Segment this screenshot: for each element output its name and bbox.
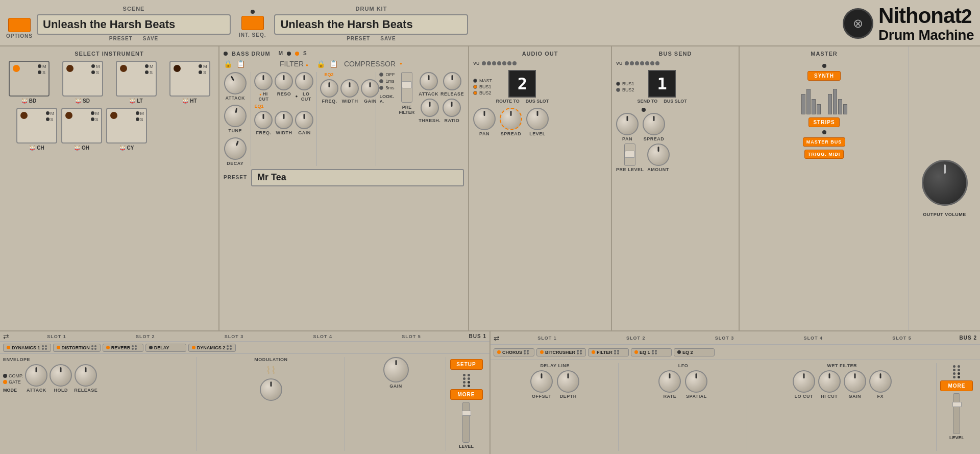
wf-locut-knob[interactable] [793, 370, 815, 393]
vu-bar-r2 [833, 89, 837, 114]
instrument-pad-oh[interactable]: M S [61, 108, 102, 144]
lt-drum-icon: 🥁 [129, 98, 135, 104]
filter-chip[interactable]: FILTER [588, 348, 629, 356]
modulation-icons: ⌇⌇ [266, 364, 276, 376]
setup-button[interactable]: SETUP [450, 359, 483, 370]
bitcrusher-chip[interactable]: BITCRUSHER [536, 348, 586, 356]
instrument-pad-cy[interactable]: M S [106, 108, 147, 144]
gate-label: GATE [9, 379, 21, 385]
bottom-section: ⇄ SLOT 1 SLOT 2 SLOT 3 SLOT 4 SLOT 5 BUS… [0, 331, 980, 454]
dynamics1-chip[interactable]: DYNAMICS 1 [3, 344, 51, 352]
bs-center-dot [642, 108, 646, 112]
depth-knob[interactable] [557, 370, 579, 393]
bd-eq1-gain-knob[interactable] [295, 111, 313, 129]
instrument-pad-ch[interactable]: M S [16, 108, 57, 144]
instrument-pad-sd[interactable]: M S [62, 61, 103, 97]
sd-s-label: S [91, 70, 100, 75]
bd-comp-release-knob[interactable] [443, 72, 461, 90]
bd-eq1-width-knob[interactable] [275, 111, 293, 129]
ao-spread-knob[interactable] [500, 108, 522, 130]
ht-ms-controls: M S [199, 64, 207, 75]
bd-hicut-knob[interactable] [254, 72, 273, 90]
pre-level-fader-group: PRE LEVEL [616, 144, 644, 172]
audio-out-vu-row: VU [473, 61, 607, 66]
bd-ratio-knob[interactable] [443, 99, 461, 117]
comp-check: COMP. [3, 373, 23, 378]
reverb-chip[interactable]: REVERB [103, 344, 143, 352]
dynamics2-chip[interactable]: DYNAMICS 2 [188, 344, 236, 352]
strips-button[interactable]: STRIPS [808, 117, 839, 127]
bd-eq2-gain-knob[interactable] [361, 79, 379, 98]
int-seq-button[interactable] [241, 16, 264, 30]
mod-waveform-icon: ⌇⌇ [266, 364, 276, 376]
trigg-button[interactable]: TRIGG. MIDI [804, 150, 844, 159]
bs-bus-slot-number: 1 [648, 70, 676, 98]
modulation-knob[interactable] [260, 378, 282, 401]
master-bus-button[interactable]: MASTER BUS [803, 137, 846, 147]
bd-eq2-width-label: WIDTH [341, 99, 358, 104]
rate-knob[interactable] [658, 370, 681, 393]
bd-locut-knob[interactable] [295, 72, 313, 90]
bs-pre-level-fader[interactable] [624, 144, 635, 166]
env-hold-knob[interactable] [50, 364, 72, 387]
distortion-chip[interactable]: DISTORTION [53, 344, 101, 352]
master-mid-dot [822, 130, 826, 134]
bd-attack-knob[interactable] [220, 68, 251, 99]
b2-dot-col-1 [953, 365, 955, 378]
delay-chip[interactable]: DELAY [145, 344, 186, 352]
env-release-knob[interactable] [75, 364, 97, 387]
instrument-pad-lt[interactable]: M S [116, 61, 157, 97]
wf-fx-knob[interactable] [869, 370, 892, 393]
bs-vu-dot-5 [645, 61, 649, 65]
output-volume-knob[interactable] [922, 160, 968, 206]
bus2-slot4-header: SLOT 4 [769, 336, 857, 341]
offset-label: OFFSET [532, 394, 552, 399]
ao-pan-knob[interactable] [473, 108, 496, 130]
eq1-chip[interactable]: EQ 1 [631, 348, 672, 356]
wf-hicut-knob[interactable] [818, 370, 841, 393]
gain-knob[interactable] [383, 357, 409, 383]
bd-reso-knob[interactable] [275, 72, 293, 90]
env-attack-knob[interactable] [25, 364, 47, 387]
bus1-sync-icon[interactable]: ⇄ [3, 332, 9, 341]
bd-decay-knob[interactable] [221, 134, 250, 163]
bs-pan-knob[interactable] [616, 113, 639, 135]
bs-spread-knob[interactable] [643, 113, 665, 135]
instrument-cell-ch: M S 🥁CH [16, 108, 57, 151]
bd-tune-knob[interactable] [222, 103, 248, 129]
ao-level-knob[interactable] [526, 108, 549, 130]
pre-filter-label: PRE FILTER [399, 105, 414, 115]
spatial-knob[interactable] [685, 370, 707, 393]
bd-comp-radio: OFF 1ms 5ms LOOK. A. [379, 72, 395, 104]
pre-filter-fader[interactable] [401, 72, 412, 103]
eq2-chip[interactable]: EQ 2 [674, 348, 715, 356]
instrument-pad-bd[interactable]: M S [9, 61, 50, 97]
route-bus-labels: ROUTE TO BUS SLOT [496, 99, 549, 104]
oh-ms-controls: M S [91, 111, 100, 122]
options-button[interactable] [8, 18, 31, 32]
bus1-level-fader[interactable] [462, 402, 470, 443]
bitcrusher-grid [577, 350, 582, 354]
bd-eq2-gain-label: GAIN [364, 99, 377, 104]
sd-drum-icon: 🥁 [75, 98, 81, 104]
offset-knob[interactable] [530, 370, 553, 393]
chorus-chip[interactable]: CHORUS [494, 348, 534, 356]
synth-button[interactable]: SYNTH [807, 71, 841, 81]
more-button[interactable]: MORE [450, 389, 483, 400]
bd-eq1-freq-knob[interactable] [254, 111, 273, 129]
bs-vu-dot-1 [625, 61, 629, 65]
bd-eq2-width-knob[interactable] [340, 79, 359, 98]
bus2-slot-header: ⇄ SLOT 1 SLOT 2 SLOT 3 SLOT 4 SLOT 5 BUS… [491, 331, 980, 345]
bd-thresh-knob[interactable] [421, 99, 439, 117]
drum-kit-label: DRUM KIT [356, 6, 387, 12]
bus1-label-ao: BUS1 [479, 84, 492, 89]
vu-bar-spacer [823, 84, 826, 114]
bus2-level-fader[interactable] [953, 393, 960, 434]
bd-comp-attack-knob[interactable] [420, 72, 438, 90]
instrument-pad-ht[interactable]: M S [169, 61, 210, 97]
bus2-more-button[interactable]: MORE [940, 380, 973, 391]
bs-amount-knob[interactable] [647, 144, 670, 166]
bus2-sync-icon[interactable]: ⇄ [494, 334, 500, 342]
bd-eq2-freq-knob[interactable] [320, 79, 338, 98]
wf-gain-knob[interactable] [844, 370, 866, 393]
